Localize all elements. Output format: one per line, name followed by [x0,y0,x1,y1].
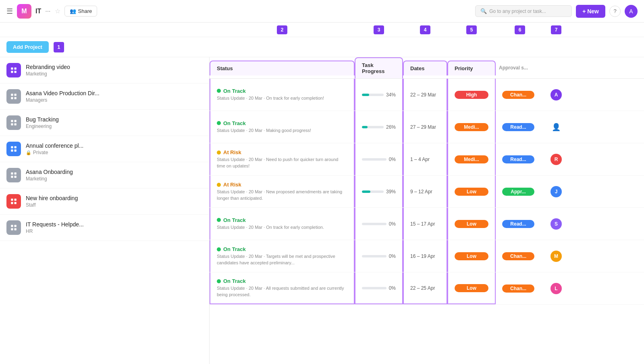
progress-pct: 0% [389,253,396,259]
svg-rect-3 [15,71,17,73]
project-sub: Managers [26,97,100,103]
progress-wrap: 0% [362,253,396,259]
topbar-right: 🔍 Go to any project or task... + New ? A [475,5,638,18]
date-text: 27 – 29 Mar [410,124,440,130]
no-avatar-icon: 👤 [552,123,561,132]
sidebar-item[interactable]: Asana Video Production Dir... Managers [0,84,209,110]
num-badge: 1 [54,42,64,52]
project-name: Rebranding video [26,64,70,70]
project-info: Rebranding video Marketing [26,64,70,77]
app-title: IT [35,8,41,15]
status-dot [217,183,221,187]
new-button[interactable]: + New [576,5,605,18]
sidebar-item[interactable]: Rebranding video Marketing [0,57,209,84]
date-text: 15 – 17 Apr [410,221,440,227]
progress-pct: 0% [389,285,396,291]
svg-rect-23 [15,202,17,204]
col-num-4: 4 [420,25,430,34]
hamburger-icon[interactable]: ☰ [6,7,13,16]
progress-bar-bg [362,287,386,289]
data-rows: On Track Status Update · 20 Mar · On tra… [210,79,644,305]
status-dot [217,218,221,222]
svg-rect-20 [11,199,13,201]
svg-rect-14 [11,150,13,152]
subheader: Add Project 1 [0,37,644,57]
progress-bar-bg [362,255,386,257]
progress-bar-bg [362,190,384,193]
action-cell: L [544,272,568,304]
avatar: L [551,283,562,294]
project-icon [6,220,21,235]
approval-badge: Read... [502,123,534,131]
svg-rect-7 [15,97,17,99]
priority-cell: Medi... [447,111,496,143]
col-num-priority-slot: 5 [447,25,496,34]
priority-cell: High [447,79,496,111]
approval-cell: Chan... [496,240,544,272]
user-avatar[interactable]: A [625,5,638,18]
content-inner: Status Task Progress Dates Priority Appr… [210,57,644,305]
progress-cell: 26% [355,111,403,143]
priority-badge: Low [455,188,488,196]
search-bar[interactable]: 🔍 Go to any project or task... [475,5,572,17]
svg-rect-11 [15,123,17,126]
sidebar-item[interactable]: Asana Onboarding Marketing [0,162,209,188]
status-label: On Track [223,217,246,223]
project-info: Asana Onboarding Marketing [26,169,73,182]
col-num-dates-slot: 4 [403,25,447,34]
add-project-button[interactable]: Add Project [6,41,49,53]
project-icon [6,63,21,77]
status-cell: On Track Status Update · 20 Mar · Making… [210,111,355,143]
status-update: Status Update · 20 Mar · Need to push fo… [217,157,347,169]
share-button[interactable]: 👥 Share [64,6,98,17]
status-update: Status Update · 20 Mar · On track for ea… [217,95,347,101]
status-indicator: On Track [217,278,347,284]
status-dot [217,89,221,93]
approval-cell: Chan... [496,272,544,304]
status-dot [217,247,221,251]
progress-pct: 34% [386,92,396,98]
avatar: R [551,154,562,165]
col-header-priority: Priority [447,61,496,75]
priority-badge: Medi... [455,155,488,163]
status-dot [217,279,221,283]
column-headers: Status Task Progress Dates Priority Appr… [210,57,644,79]
approval-cell: Appr... [496,176,544,207]
col-header-dates: Dates [403,61,447,75]
sidebar-item[interactable]: IT Requests - Helpde... HR [0,215,209,241]
star-icon[interactable]: ☆ [55,7,60,15]
svg-rect-9 [15,120,17,122]
status-cell: On Track Status Update · 20 Mar · On tra… [210,208,355,240]
progress-cell: 0% [355,208,403,240]
col-num-progress-slot: 3 [355,25,403,34]
status-indicator: On Track [217,246,347,252]
more-options-icon[interactable]: ··· [45,8,50,15]
table-row: On Track Status Update · 20 Mar · Target… [210,240,644,272]
action-cell: R [544,143,568,175]
svg-rect-5 [15,94,17,96]
help-button[interactable]: ? [609,6,621,17]
svg-rect-22 [11,202,13,204]
status-indicator: On Track [217,88,347,94]
avatar: A [551,89,562,100]
svg-rect-27 [15,228,17,230]
col-num-5: 5 [466,25,477,34]
priority-badge: Medi... [455,123,488,131]
sidebar-item[interactable]: Bug Tracking Engineering [0,110,209,136]
project-icon [6,115,21,130]
progress-bar-bg [362,158,386,161]
status-cell: On Track Status Update · 20 Mar · On tra… [210,79,355,111]
project-icon [6,194,21,209]
progress-wrap: 0% [362,221,396,227]
svg-rect-1 [15,67,17,69]
action-cell: A [544,79,568,111]
status-update: Status Update · 20 Mar · Making good pro… [217,128,347,134]
sidebar-item[interactable]: Annual conference pl... 🔒 Private [0,136,209,162]
project-name: Asana Onboarding [26,169,73,175]
date-text: 22 – 29 Mar [410,92,440,98]
action-cell: 👤 [544,111,568,143]
sidebar-item[interactable]: New hire onboarding Staff [0,188,209,215]
table-row: At Risk Status Update · 20 Mar · Need to… [210,143,644,176]
priority-cell: Medi... [447,143,496,175]
svg-rect-26 [11,228,13,230]
